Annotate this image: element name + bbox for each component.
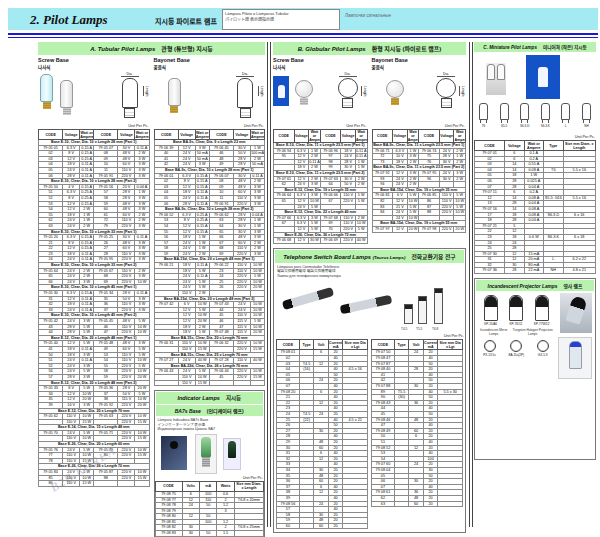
bulb-outline	[520, 103, 529, 120]
cell: 0.25 A	[80, 190, 94, 196]
section-a-header: A. Tubular Pilot Lamps관형 (튜브형) 지시등	[38, 42, 265, 55]
globe-outline	[338, 78, 358, 98]
header-row: CODETypeVoltCurrent mASize mm Dia x Lgt	[277, 340, 368, 350]
section-c-label-kr: 미니어쳐 (작은) 지시등	[543, 45, 587, 50]
data-row: 110 V15 W	[154, 380, 265, 386]
cell: 0.11 A	[355, 154, 367, 160]
cell: 15 W	[80, 481, 94, 487]
projector-lamp-drawing: KP-7S/12	[509, 295, 523, 326]
bulb-outline	[541, 103, 550, 120]
taurus-lamp-drawing	[404, 304, 413, 324]
lead-wires	[562, 120, 569, 123]
cell: 0.11 A	[135, 145, 149, 151]
globular-lamp-photo-blue	[273, 76, 289, 106]
type-label: S5.5	[497, 124, 512, 128]
cell: 79 07 98	[419, 226, 440, 232]
group-row: Base BA-9s, Clear, Dia. 10 x Length 28 m…	[154, 207, 265, 213]
dimension-drawing-tubular: Dia. Length	[225, 72, 265, 122]
a-screw-table: CODEVoltageWatt or AmpereCODEVoltageWatt…	[38, 129, 150, 487]
column-header: CODE	[94, 130, 118, 140]
base-drawing: GX-5.3	[537, 340, 549, 357]
group-label: Base E-10, Clear, Dia. 11 x Length 23.5 …	[274, 143, 368, 149]
group-row: Base E-10, Clear, Dia. 10 x Length 45 mm…	[39, 313, 150, 319]
bulb-outline	[484, 295, 498, 321]
length-label: Length	[459, 86, 465, 96]
cell: 0.11 A	[80, 296, 94, 302]
group-label: Base E-10, Clear, Dia. 10 x Length 28 mm…	[39, 179, 150, 185]
mini-lamp-drawing: S6.3-D	[517, 103, 532, 133]
b-screw-illustrations: Dia. Length	[273, 72, 368, 122]
cell: NH	[544, 268, 564, 274]
cell: 0.15 A	[195, 229, 209, 235]
cell: 79 06 74	[419, 148, 440, 154]
telephone-table-left-wrap: CODETypeVoltCurrent mASize mm Dia x Lgt7…	[276, 339, 368, 529]
mini-lamp-drawing: L	[558, 103, 573, 133]
b-screw-table: CODEVoltageWatt or AmpereCODEVoltageWatt…	[273, 129, 368, 244]
group-row: Base E-10, Clear, Dia. 10 x Length 33 mm…	[39, 229, 150, 235]
cell: 79 07 63	[320, 176, 341, 182]
cell: 0.11 A	[80, 251, 94, 257]
cell	[233, 380, 250, 386]
cell: 79 07 95	[419, 170, 440, 176]
lamp-base	[63, 108, 71, 115]
column-header: Volt	[314, 340, 329, 350]
indicator-lamp-photo-dark	[161, 436, 187, 470]
cell: 20 W	[407, 226, 419, 232]
column-header: Watt or Ampere	[355, 130, 367, 143]
group-label: Base BA-9s, Clear, Dia. 11 x Length 23.5…	[372, 165, 466, 171]
cell: 60	[314, 523, 329, 529]
type-label: L	[558, 124, 573, 128]
cell: 0.25 A	[80, 195, 94, 201]
column-header: CODE	[39, 130, 63, 140]
cell: 0.11 A	[309, 159, 321, 165]
group-row: Base BA-9s, Clear, Dia. 11 x Length 23.5…	[372, 165, 466, 171]
column-header: Type	[299, 340, 314, 350]
section-a-label-kr: 관형 (튜브형) 지시등	[161, 46, 213, 52]
data-row: 79 08 77121102T6.8 x 20mm	[155, 497, 264, 503]
cell: 20	[328, 523, 343, 529]
lamp-cap	[435, 289, 442, 293]
cell: 0.11 A	[135, 291, 149, 297]
lamp-bulb	[295, 80, 313, 98]
column-header: Watt or Ampere	[309, 130, 321, 143]
bulb-outline	[237, 78, 253, 108]
cell: 0.11 A	[80, 173, 94, 179]
group-label: Base E-26, Clear, Dia. 36 x Length 72 mm	[274, 232, 368, 238]
cell	[299, 523, 314, 529]
cell: 0.11 A	[80, 257, 94, 263]
cell: 79 06 81	[372, 193, 393, 199]
column-header: CODE	[274, 130, 295, 143]
column-header: CODE	[475, 141, 505, 151]
group-row: Base E-10, Clear, Dia. 11 x Length 23.5 …	[274, 143, 368, 149]
model-label: KP-15/A6	[484, 322, 498, 326]
bulb-outline	[122, 78, 138, 108]
section-c-label: C. Miniature Pilot Lamps	[483, 45, 537, 50]
tubular-lamp-photo-clear	[168, 78, 181, 113]
group-row: Base BA-9s, Clear, Dia. 11 x Length 23.5…	[372, 143, 466, 149]
cell: 0.15 A	[80, 145, 94, 151]
cell: 79 06 69	[320, 238, 341, 244]
column-header: Watt or Ampere	[407, 130, 419, 143]
dia-label: Dia.	[339, 72, 357, 77]
column-header: Watt or Ampere	[135, 130, 149, 140]
cell: 10 W	[355, 221, 367, 227]
cell: 0.11 A	[80, 358, 94, 364]
bulb-outline	[561, 103, 570, 120]
telephone-title-kr: 전화교환기용 전구	[411, 254, 455, 260]
group-row: Base E-12, Clear, Dia. 19 x Length 35 mm	[274, 187, 368, 193]
cell: 0.11 A	[355, 148, 367, 154]
group-row: Base BA-15d, Clear, Dia. 19 x Length 55 …	[372, 221, 466, 227]
cell: 0.11 A	[195, 195, 209, 201]
screw-base-heading: Screw Base	[38, 57, 150, 63]
base-label: PX-13.5s	[483, 353, 495, 357]
lamp-base	[202, 457, 210, 467]
section-b-label-kr: 환형 지시등 (파이로트 램프)	[372, 46, 442, 52]
telephone-lamps-header: Telephone Switch Board Lamps (Taurus Lam…	[275, 250, 464, 263]
cell: 10 W	[454, 198, 466, 204]
page-title: 2. Pilot Lamps	[30, 12, 108, 28]
indicator-subtitle-kr: (인디케이터 램프)	[207, 408, 244, 414]
mini-lamp-drawing: NH	[579, 103, 594, 133]
header-note: Лампочки сигнальные	[345, 13, 391, 18]
column-header: Voltage	[233, 130, 250, 140]
screw-base-heading-kr: 나사식	[273, 64, 368, 70]
